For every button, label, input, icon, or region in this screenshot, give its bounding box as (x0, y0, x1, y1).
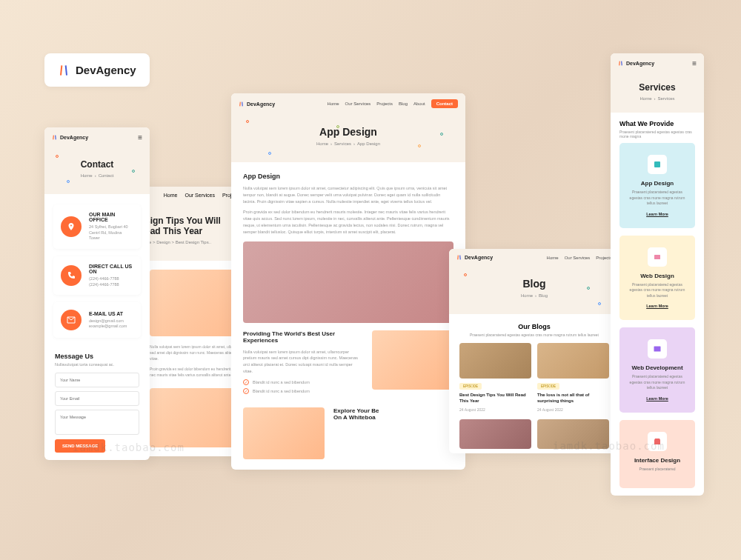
brand-logo-card: DevAgency (44, 53, 150, 87)
bullet-2: ✓Blandit id nunc a sed bibendum (243, 388, 363, 394)
watermark-left: iamdk.taobao.com (73, 441, 185, 453)
app-nav: Home Our Services Projects Blog About Co… (328, 99, 458, 108)
app-hero: App Design Home›Services›App Design (231, 114, 465, 162)
app-hero-image (243, 241, 453, 323)
svg-rect-1 (654, 255, 660, 259)
blog-header: DevAgency HomeOur ServicesProjects (449, 249, 619, 266)
app-body: App Design Nulla volutpat sem lorem ipsu… (231, 162, 465, 470)
app-header: DevAgency Home Our Services Projects Blo… (231, 93, 465, 114)
office-card: OUR MAIN OFFICE24 Sylhet, Bogbari 40Cent… (53, 204, 141, 249)
contact-breadcrumb: Home›Contact (53, 173, 141, 178)
mail-icon (61, 310, 82, 330)
svg-rect-0 (654, 161, 660, 167)
nav-services[interactable]: Our Services (345, 101, 371, 106)
hamburger-icon[interactable]: ≡ (138, 133, 142, 141)
name-input[interactable] (55, 373, 139, 387)
contact-hero: Contact Home›Contact (44, 147, 150, 194)
message-textarea[interactable] (55, 410, 139, 435)
blog-logo[interactable]: DevAgency (456, 255, 493, 260)
app-breadcrumb: Home›Services›App Design (240, 141, 456, 146)
app-design-panel: DevAgency Home Our Services Projects Blo… (231, 93, 465, 470)
watermark-right: iamdk.taobao.com (553, 440, 665, 452)
nav-projects[interactable]: Projects (376, 101, 393, 106)
email-card: E-MAIL US ATdesign@gmail.comexample@gmai… (53, 302, 141, 338)
blog-grid: EPISODE Best Design Tips You Will Read T… (449, 343, 619, 412)
nav-blog[interactable]: Blog (399, 101, 408, 106)
brand-logo-icon (58, 64, 70, 76)
web-dev-icon (648, 339, 667, 359)
services-hamburger-icon[interactable]: ≡ (692, 59, 697, 67)
app-logo[interactable]: DevAgency (239, 101, 275, 107)
services-panel: DevAgency ≡ Services Home›Services What … (611, 53, 704, 496)
app-illustration-1 (372, 330, 453, 390)
svg-rect-2 (654, 347, 661, 352)
phone-card: DIRECT CALL US ON(224) 4466-7788(224) 44… (53, 256, 141, 295)
blog-title: Blog (458, 278, 611, 290)
app-illustration-2 (243, 407, 325, 459)
bullet-1: ✓Blandit id nunc a sed bibendum (243, 379, 363, 385)
phone-icon (61, 265, 82, 286)
blog-card-2[interactable]: EPISODE The loss is not all that of surp… (537, 343, 609, 412)
contact-title: Contact (53, 159, 141, 170)
contact-header: DevAgency ≡ (44, 127, 150, 147)
service-web-dev[interactable]: Web DevelopmentPraesent placeratered ege… (619, 327, 695, 413)
blog-panel: DevAgency HomeOur ServicesProjects Blog … (449, 249, 619, 453)
contact-logo[interactable]: DevAgency (52, 135, 88, 140)
location-icon (61, 216, 82, 237)
service-web-design[interactable]: Web DesignPraesent placeratered egestas … (619, 236, 695, 321)
web-design-icon (648, 247, 667, 267)
services-logo[interactable]: DevAgency (618, 61, 654, 66)
blog-image-2 (537, 343, 609, 379)
brand-name: DevAgency (76, 64, 136, 76)
app-design-icon (648, 155, 667, 174)
nav-home[interactable]: Home (328, 101, 339, 106)
blog-image-1 (459, 343, 531, 379)
services-header: DevAgency ≡ (611, 53, 704, 73)
email-input[interactable] (55, 391, 139, 406)
service-interface[interactable]: Interface DesignPraesent placeratered (619, 420, 695, 489)
nav-about[interactable]: About (413, 101, 425, 106)
service-app-design[interactable]: App DesignPraesent placeratered egestas … (619, 143, 695, 228)
contact-mobile-panel: DevAgency ≡ Contact Home›Contact OUR MAI… (44, 127, 150, 460)
blog-hero: Blog Home›Blog (449, 266, 619, 314)
nav-contact-button[interactable]: Contact (431, 99, 458, 108)
blog-card-1[interactable]: EPISODE Best Design Tips You Will Read T… (459, 343, 531, 412)
app-title: App Design (240, 126, 456, 138)
